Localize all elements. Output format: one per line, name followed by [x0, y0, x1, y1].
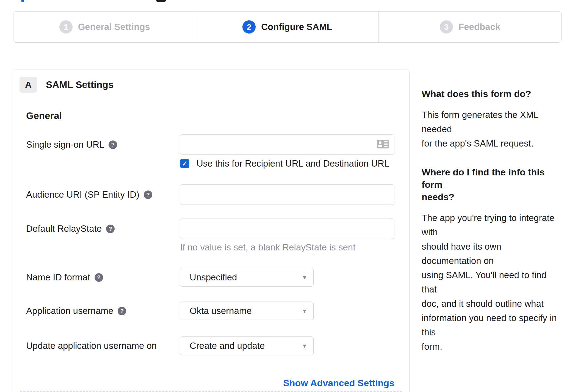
sso-url-input[interactable]	[180, 134, 394, 155]
relay-state-hint-row: If no value is set, a blank RelayState i…	[180, 242, 394, 253]
name-id-format-value: Unspecified	[190, 272, 237, 283]
sidebar-body-what: This form generates the XML needed for t…	[422, 108, 559, 151]
name-id-format-select[interactable]: Unspecified ▾	[180, 268, 314, 287]
recipient-url-checkbox[interactable]: ✓	[180, 159, 189, 168]
help-icon[interactable]: ?	[106, 225, 115, 233]
relay-state-hint: If no value is set, a blank RelayState i…	[180, 242, 355, 253]
update-username-select[interactable]: Create and update ▾	[180, 336, 314, 355]
show-advanced-settings-link[interactable]: Show Advanced Settings	[283, 378, 394, 388]
relay-state-row: Default RelayState ?	[26, 219, 394, 239]
name-id-format-label: Name ID format	[26, 272, 90, 283]
sso-url-label: Single sign-on URL	[26, 139, 104, 150]
step-label: Feedback	[458, 22, 500, 32]
application-username-row: Application username ? Okta username ▾	[26, 302, 394, 320]
step-label: Configure SAML	[261, 22, 332, 32]
sidebar-body-where: The app you're trying to integrate with …	[422, 211, 559, 354]
audience-uri-input[interactable]	[180, 184, 394, 205]
cutoff-app-logo-fragment	[156, 0, 166, 2]
wizard-stepper: 1 General Settings 2 Configure SAML 3 Fe…	[13, 11, 562, 43]
update-username-label: Update application username on	[26, 341, 157, 351]
audience-uri-row: Audience URI (SP Entity ID) ?	[26, 184, 394, 205]
step-number-badge: 3	[440, 20, 453, 34]
sidebar-heading-where: Where do I find the info this form needs…	[422, 166, 559, 203]
section-a-badge: A	[20, 77, 37, 93]
chevron-down-icon: ▾	[303, 274, 306, 281]
audience-uri-label: Audience URI (SP Entity ID)	[26, 189, 139, 200]
help-sidebar: What does this form do? This form genera…	[422, 70, 559, 354]
step-configure-saml[interactable]: 2 Configure SAML	[196, 12, 379, 42]
chevron-down-icon: ▾	[303, 307, 306, 315]
update-username-row: Update application username on Create an…	[26, 336, 394, 355]
recipient-url-checkbox-label: Use this for Recipient URL and Destinati…	[197, 158, 389, 169]
contact-card-icon[interactable]	[377, 140, 389, 150]
step-number-badge: 1	[59, 20, 73, 34]
chevron-down-icon: ▾	[303, 342, 306, 350]
general-group-title: General	[26, 110, 409, 121]
recipient-url-checkbox-row: ✓ Use this for Recipient URL and Destina…	[180, 158, 394, 169]
sso-url-row: Single sign-on URL ?	[26, 134, 394, 155]
cutoff-blue-fragment	[21, 0, 24, 2]
help-icon[interactable]: ?	[118, 307, 126, 315]
name-id-format-row: Name ID format ? Unspecified ▾	[26, 268, 394, 287]
application-username-label: Application username	[26, 306, 113, 316]
section-title: SAML Settings	[46, 79, 114, 90]
saml-settings-card: A SAML Settings General Single sign-on U…	[13, 70, 410, 392]
help-icon[interactable]: ?	[109, 140, 117, 149]
step-label: General Settings	[78, 22, 150, 32]
application-username-value: Okta username	[190, 306, 252, 316]
application-username-select[interactable]: Okta username ▾	[180, 302, 314, 320]
relay-state-label: Default RelayState	[26, 223, 102, 234]
help-icon[interactable]: ?	[144, 191, 152, 199]
step-feedback[interactable]: 3 Feedback	[379, 12, 561, 42]
sidebar-heading-what: What does this form do?	[422, 88, 559, 100]
step-general-settings[interactable]: 1 General Settings	[13, 12, 196, 42]
help-icon[interactable]: ?	[95, 273, 103, 282]
relay-state-input[interactable]	[180, 219, 394, 239]
update-username-value: Create and update	[190, 341, 265, 351]
step-number-badge: 2	[242, 20, 256, 34]
